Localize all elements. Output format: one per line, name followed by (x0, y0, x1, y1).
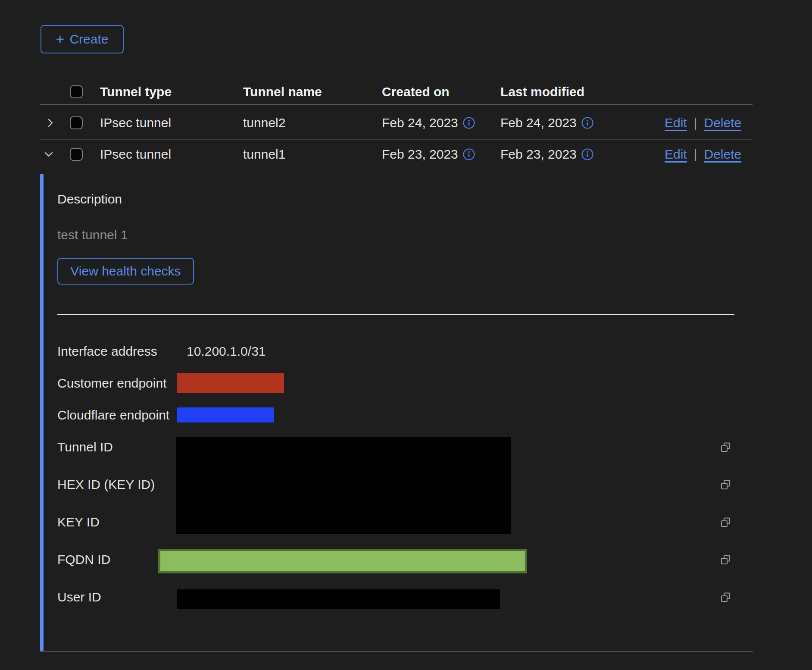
last-modified-cell: Feb 24, 2023 (500, 115, 577, 131)
tunnel-type-cell: IPsec tunnel (100, 115, 171, 131)
user-id-label: User ID (57, 589, 101, 606)
interface-address-value: 10.200.1.0/31 (187, 343, 266, 360)
copy-fqdn-id-icon[interactable] (719, 554, 732, 567)
hex-id-label: HEX ID (KEY ID) (57, 476, 155, 493)
description-value: test tunnel 1 (57, 228, 128, 242)
info-icon[interactable] (581, 116, 594, 129)
copy-hex-id-icon[interactable] (719, 479, 732, 492)
tunnel-name-cell: tunnel2 (243, 115, 285, 131)
copy-user-id-icon[interactable] (719, 591, 732, 604)
column-header-last-modified: Last modified (500, 84, 584, 100)
info-icon[interactable] (581, 148, 594, 161)
created-on-cell: Feb 23, 2023 (382, 147, 458, 162)
edit-link[interactable]: Edit (665, 115, 687, 131)
created-on-cell: Feb 24, 2023 (382, 115, 458, 131)
delete-link[interactable]: Delete (704, 147, 742, 162)
expanded-indicator-bar (40, 174, 44, 652)
delete-link[interactable]: Delete (704, 115, 742, 131)
last-modified-cell: Feb 23, 2023 (500, 147, 577, 162)
tunnel-type-cell: IPsec tunnel (100, 147, 171, 162)
interface-address-label: Interface address (57, 343, 157, 360)
create-button-label: Create (69, 32, 108, 47)
section-divider (57, 314, 734, 315)
cloudflare-endpoint-label: Cloudflare endpoint (57, 407, 169, 424)
select-all-checkbox[interactable] (70, 85, 83, 98)
column-header-tunnel-type: Tunnel type (100, 84, 172, 100)
edit-link[interactable]: Edit (665, 147, 687, 162)
fqdn-id-label: FQDN ID (57, 551, 110, 568)
action-separator: | (694, 147, 697, 162)
customer-endpoint-label: Customer endpoint (57, 375, 166, 392)
header-divider (40, 104, 753, 105)
info-icon[interactable] (462, 116, 475, 129)
copy-key-id-icon[interactable] (719, 516, 732, 529)
customer-endpoint-redaction (177, 373, 284, 393)
info-icon[interactable] (462, 148, 475, 161)
view-health-checks-button[interactable]: View health checks (57, 258, 194, 285)
description-label: Description (57, 192, 122, 206)
row-checkbox[interactable] (70, 148, 83, 161)
column-header-tunnel-name: Tunnel name (243, 84, 322, 100)
panel-bottom-divider (40, 651, 753, 652)
cloudflare-endpoint-redaction (177, 407, 274, 423)
user-id-redaction (177, 589, 500, 609)
ids-redaction-block (176, 437, 511, 534)
action-separator: | (694, 115, 697, 131)
create-button[interactable]: + Create (41, 25, 124, 53)
chevron-down-icon[interactable] (43, 149, 54, 160)
row-divider (40, 139, 753, 140)
chevron-right-icon[interactable] (45, 117, 56, 128)
tunnel-name-cell: tunnel1 (243, 147, 285, 162)
plus-icon: + (56, 32, 65, 45)
key-id-label: KEY ID (57, 513, 100, 531)
column-header-created-on: Created on (382, 84, 450, 100)
row-checkbox[interactable] (70, 116, 83, 129)
copy-tunnel-id-icon[interactable] (719, 441, 732, 454)
tunnel-id-label: Tunnel ID (57, 438, 113, 456)
fqdn-id-redaction (158, 549, 527, 573)
